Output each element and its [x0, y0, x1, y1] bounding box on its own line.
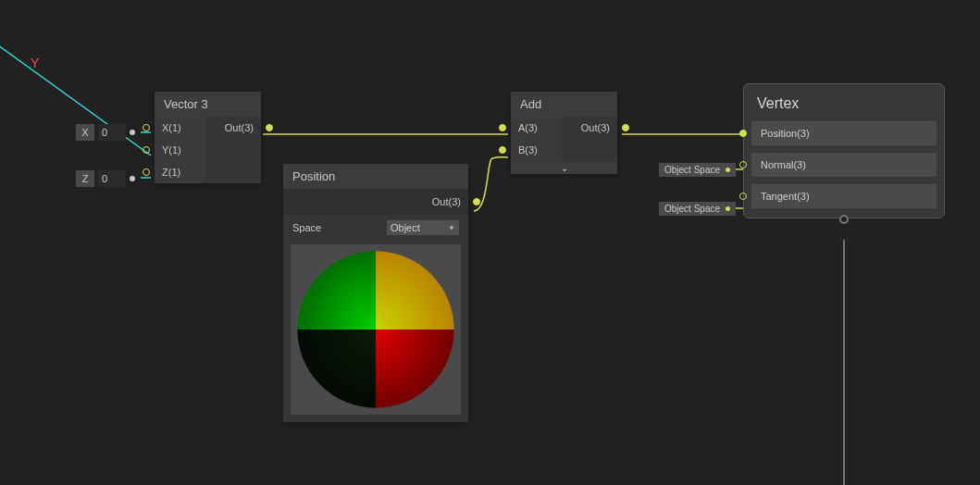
- chevron-down-icon: ▼: [448, 224, 455, 232]
- svg-rect-4: [376, 330, 461, 415]
- space-dropdown[interactable]: Object ▼: [387, 220, 459, 235]
- space-label: Space: [292, 222, 321, 233]
- port-label: Y(1): [162, 144, 181, 155]
- z-label: Z: [76, 170, 94, 187]
- add-expand-toggle[interactable]: ⌄: [511, 161, 617, 174]
- tag-label: Object Space: [664, 204, 720, 214]
- tag-dot-icon: [726, 206, 730, 211]
- port-label: A(3): [518, 122, 538, 133]
- port-ring-icon[interactable]: [739, 130, 747, 137]
- vector3-node[interactable]: Vector 3 X(1) Y(1) Z(1) Out(3): [155, 92, 261, 183]
- port-ring-icon[interactable]: [739, 161, 747, 168]
- add-input-a[interactable]: A(3): [511, 117, 562, 139]
- vertex-tangent-slot[interactable]: Tangent(3): [751, 184, 937, 208]
- vertex-output-notch[interactable]: [839, 215, 849, 224]
- chevron-down-icon: ⌄: [561, 163, 568, 173]
- position-space-row: Space Object ▼: [283, 215, 468, 241]
- tangent-space-tag[interactable]: Object Space: [659, 202, 736, 216]
- x-input[interactable]: 0: [98, 124, 126, 141]
- add-node[interactable]: Add A(3) B(3) Out(3) ⌄: [511, 92, 617, 174]
- port-label: B(3): [518, 144, 538, 155]
- add-title: Add: [511, 92, 617, 117]
- vertex-title: Vertex: [751, 92, 937, 121]
- z-input[interactable]: 0: [98, 170, 126, 187]
- position-preview: [291, 244, 461, 415]
- vertex-node[interactable]: Vertex Position(3) Normal(3) Tangent(3): [743, 83, 945, 218]
- vertex-normal-slot[interactable]: Normal(3): [751, 153, 937, 177]
- vector3-input-z[interactable]: Z(1): [155, 161, 205, 183]
- port-label: Out(3): [225, 122, 254, 133]
- svg-rect-1: [291, 244, 376, 330]
- port-ring-icon[interactable]: [143, 124, 150, 131]
- port-label: Z(1): [162, 167, 180, 178]
- port-ring-icon[interactable]: [499, 124, 506, 131]
- x-output-dot[interactable]: [130, 130, 135, 135]
- port-ring-icon[interactable]: [266, 124, 273, 131]
- normal-space-tag[interactable]: Object Space: [659, 163, 736, 177]
- port-label: Out(3): [432, 196, 461, 207]
- slot-label: Tangent(3): [761, 191, 810, 202]
- port-ring-icon[interactable]: [499, 146, 506, 154]
- port-ring-icon[interactable]: [143, 146, 150, 154]
- vector3-title: Vector 3: [155, 92, 261, 117]
- svg-rect-2: [376, 244, 461, 330]
- add-output[interactable]: Out(3): [562, 117, 617, 139]
- tag-dot-icon: [726, 168, 730, 172]
- tag-label: Object Space: [664, 165, 720, 175]
- dropdown-value: Object: [391, 222, 420, 233]
- slot-label: Position(3): [761, 128, 810, 139]
- z-output-dot[interactable]: [130, 176, 135, 181]
- vertex-position-slot[interactable]: Position(3): [751, 121, 937, 145]
- port-ring-icon[interactable]: [143, 168, 150, 176]
- svg-rect-3: [291, 330, 376, 415]
- port-ring-icon[interactable]: [473, 198, 480, 205]
- vector3-input-y[interactable]: Y(1): [155, 139, 205, 161]
- slot-label: Normal(3): [761, 159, 806, 170]
- x-label: X: [76, 124, 94, 141]
- external-z-field: Z 0: [76, 170, 135, 187]
- position-output[interactable]: Out(3): [283, 189, 468, 215]
- y-axis-label: Y: [31, 56, 39, 70]
- wire-layer: [0, 0, 980, 485]
- position-node[interactable]: Position Out(3) Space Object ▼: [283, 164, 468, 422]
- port-label: X(1): [162, 122, 181, 133]
- position-title: Position: [283, 164, 468, 189]
- port-ring-icon[interactable]: [622, 124, 629, 131]
- vector3-input-x[interactable]: X(1): [155, 117, 205, 139]
- external-x-field: X 0: [76, 124, 135, 141]
- port-label: Out(3): [581, 122, 610, 133]
- port-ring-icon[interactable]: [739, 193, 747, 200]
- add-input-b[interactable]: B(3): [511, 139, 562, 161]
- vector3-output[interactable]: Out(3): [205, 117, 261, 139]
